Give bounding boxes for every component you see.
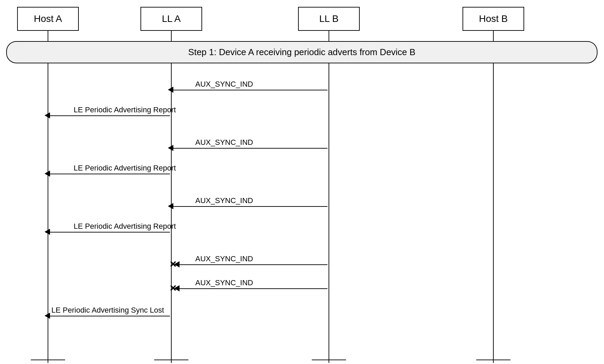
lifeline-label-ll-b: LL B — [319, 13, 339, 24]
lifeline-box-ll-b: LL B — [298, 7, 360, 31]
lifeline-line-ll-a — [171, 31, 172, 363]
msg8-x-marker: ✕ — [169, 283, 177, 294]
lifeline-bottom-host-b — [476, 360, 510, 360]
lifeline-box-host-b: Host B — [463, 7, 524, 31]
msg3-label: AUX_SYNC_IND — [195, 138, 253, 147]
msg5-arrowhead — [168, 203, 173, 209]
msg7-label: AUX_SYNC_IND — [195, 254, 253, 263]
msg1-line — [172, 90, 328, 90]
msg2-label: LE Periodic Advertising Report — [74, 105, 176, 114]
lifeline-line-host-b — [493, 31, 494, 363]
lifeline-box-host-a: Host A — [17, 7, 79, 31]
msg2-line — [49, 115, 170, 116]
msg8-line — [178, 288, 328, 289]
msg2-arrowhead — [45, 112, 50, 118]
msg6-label: LE Periodic Advertising Report — [74, 222, 176, 231]
msg1-label: AUX_SYNC_IND — [195, 80, 253, 89]
msg4-label: LE Periodic Advertising Report — [74, 164, 176, 173]
msg9-label: LE Periodic Advertising Sync Lost — [51, 306, 164, 315]
step-banner-label: Step 1: Device A receiving periodic adve… — [188, 47, 415, 58]
msg1-arrowhead — [168, 87, 173, 93]
lifeline-label-host-a: Host A — [34, 13, 62, 24]
msg5-line — [172, 206, 328, 207]
lifeline-bottom-ll-a — [154, 360, 188, 360]
msg9-arrowhead — [45, 313, 50, 319]
msg3-line — [172, 148, 328, 149]
msg9-line — [49, 316, 170, 316]
msg6-line — [49, 232, 170, 233]
msg3-arrowhead — [168, 145, 173, 151]
lifeline-label-ll-a: LL A — [162, 13, 181, 24]
msg7-x-marker: ✕ — [169, 259, 177, 270]
lifeline-bottom-ll-b — [312, 360, 346, 360]
msg8-label: AUX_SYNC_IND — [195, 278, 253, 287]
sequence-diagram: Host A LL A LL B Host B Step 1: Device A… — [0, 0, 604, 364]
msg4-line — [49, 174, 170, 174]
msg7-line — [178, 264, 328, 265]
msg4-arrowhead — [45, 171, 50, 177]
lifeline-label-host-b: Host B — [479, 13, 508, 24]
lifeline-line-ll-b — [329, 31, 329, 363]
step-banner: Step 1: Device A receiving periodic adve… — [6, 41, 597, 63]
msg6-arrowhead — [45, 229, 50, 235]
msg5-label: AUX_SYNC_IND — [195, 196, 253, 205]
lifeline-box-ll-a: LL A — [140, 7, 202, 31]
lifeline-bottom-host-a — [31, 360, 65, 360]
